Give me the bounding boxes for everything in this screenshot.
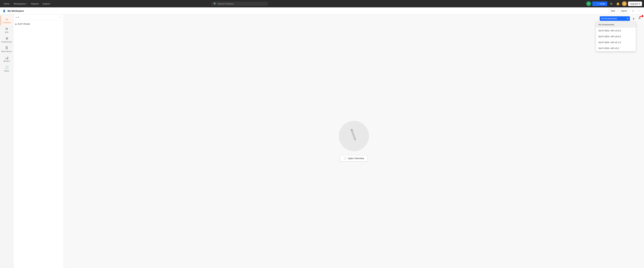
overview-icon: 📄 [344,157,346,160]
sidebar-item-apis[interactable]: ⚙ APIs [1,25,13,35]
filter-icon[interactable]: ≡ [18,16,19,19]
sidebar-item-collections[interactable]: 🗂 Collections [1,16,13,25]
nav-right-area: ↻ 👤+ Invite ⚙ 🔔 U Upgrade ▾ [586,1,642,7]
nav-reports[interactable]: Reports [29,2,40,6]
center-area: 📄 Open Overview [339,121,369,162]
chevron-down-icon: ▾ [639,3,640,5]
invite-button[interactable]: 👤+ Invite [592,2,607,6]
search-placeholder: Search Postman [218,3,234,5]
eye-icon[interactable]: 👁 [637,16,642,21]
workspace-bar: 👤 My Workspace New Import + ··· [0,8,644,15]
placeholder-graphic [339,121,369,151]
clear-environment-button[interactable]: ✕ [626,17,628,20]
sidebar: 🗂 Collections ⚙ APIs 🖥 Environments 🗄 Mo… [0,15,14,268]
environment-selector: ✕ [600,16,630,21]
panel-header: + ≡ ··· [14,15,64,20]
invite-plus-icon: 👤+ [595,3,599,5]
sidebar-item-history[interactable]: 🕐 History [1,64,13,74]
workspace-icon: 👤 [3,10,6,12]
sidebar-item-monitors[interactable]: 📊 Monitors [1,54,13,64]
history-icon: 🕐 [5,66,8,69]
add-tab-icon[interactable]: + [630,9,635,13]
collection-name: Ed-Fi Roster [18,23,30,25]
main-layout: 🗂 Collections ⚙ APIs 🖥 Environments 🗄 Mo… [0,15,644,268]
sidebar-item-mock-servers[interactable]: 🗄 Mock Servers [1,45,13,54]
pencil-icon [346,128,362,144]
list-item[interactable]: ▶ Ed-Fi Roster [14,22,64,26]
add-collection-icon[interactable]: + [16,16,17,19]
chevron-right-icon: ▶ [16,23,17,25]
nav-workspaces[interactable]: Workspaces ▾ [12,2,29,6]
sidebar-item-environments[interactable]: 🖥 Environments [1,35,13,45]
environments-icon: 🖥 [5,37,8,40]
main-content: 📄 Open Overview ✕ ▲ 👁 No Environment Ed-… [64,15,644,268]
mock-servers-icon: 🗄 [5,46,8,50]
new-button[interactable]: New [608,9,617,13]
upgrade-button[interactable]: Upgrade ▾ [628,2,642,6]
sync-icon[interactable]: ↻ [586,1,591,6]
dropdown-item-v500[interactable]: Ed-Fi ODS / API v5.0.0 — [596,34,636,40]
monitors-icon: 📊 [5,56,8,60]
import-button[interactable]: Import [619,9,629,13]
search-bar[interactable]: 🔍 Search Postman [211,2,268,6]
workspace-title: My Workspace [8,10,24,12]
panel-more-options-icon[interactable]: ··· [59,16,62,19]
environment-input[interactable] [600,16,630,21]
collections-panel: + ≡ ··· ▶ Ed-Fi Roster [14,15,64,268]
dropdown-item-v340[interactable]: Ed-Fi ODS / API v3.4.0 — [596,28,636,34]
nav-explore[interactable]: Explore [41,2,52,6]
dropdown-item-v510[interactable]: Ed-Fi ODS / API v5.1.0 [596,40,636,45]
dropdown-item-no-env[interactable]: No Environment [596,22,636,28]
more-options-icon[interactable]: ··· [636,9,641,13]
avatar[interactable]: U [622,1,627,6]
apis-icon: ⚙ [5,27,8,31]
notifications-icon[interactable]: 🔔 [615,1,621,7]
environment-area: ✕ ▲ 👁 No Environment Ed-Fi ODS / API v3.… [598,15,644,23]
environment-dropdown: No Environment Ed-Fi ODS / API v3.4.0 — … [596,22,636,51]
scroll-indicator: — [631,29,633,32]
settings-icon[interactable]: ⚙ [608,1,614,7]
scroll-indicator: — [631,35,633,38]
collection-list: ▶ Ed-Fi Roster [14,20,64,268]
nav-home[interactable]: Home [2,2,11,6]
chevron-up-icon[interactable]: ▲ [631,16,636,21]
search-icon: 🔍 [214,3,216,5]
chevron-down-icon: ▾ [26,3,27,5]
top-navigation: Home Workspaces ▾ Reports Explore 🔍 Sear… [0,0,644,8]
open-overview-button[interactable]: 📄 Open Overview [340,155,368,162]
dropdown-item-v52[interactable]: Ed-Fi ODS / API v5.2 [596,45,636,51]
collections-icon: 🗂 [5,18,8,21]
